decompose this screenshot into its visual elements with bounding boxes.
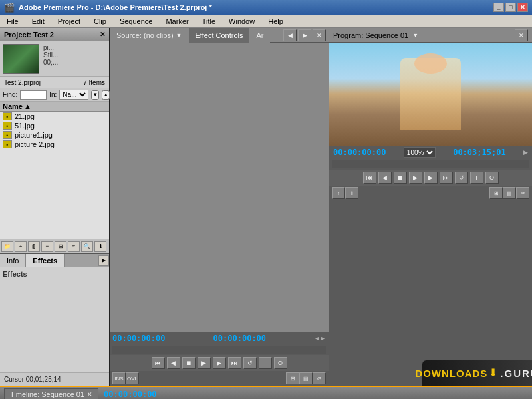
list-view-button[interactable]: ≡ bbox=[41, 241, 53, 252]
source-monitor-panel: Source: (no clips) ▼ Effect Controls Ar … bbox=[110, 28, 329, 386]
new-bin-button[interactable]: 📁 bbox=[1, 241, 13, 252]
source-mark-out-button[interactable]: O bbox=[274, 357, 287, 369]
panel-menu-button[interactable]: ▶ bbox=[98, 255, 109, 266]
find-down-button[interactable]: ▼ bbox=[91, 90, 99, 100]
file-item-51jpg[interactable]: ▪ 51.jpg bbox=[0, 121, 109, 130]
source-go-start-button[interactable]: ⏮ bbox=[152, 357, 165, 369]
project-panel-header: Project: Test 2 ✕ bbox=[0, 28, 109, 41]
program-panel-close-button[interactable]: ✕ bbox=[515, 29, 528, 41]
thumbnail-image bbox=[3, 44, 39, 74]
source-overlay-button[interactable]: OVL bbox=[126, 372, 139, 384]
timeline-timecode: 00:00:00:00 bbox=[104, 390, 156, 399]
program-go-start-button[interactable]: ⏮ bbox=[363, 172, 376, 184]
source-gang-button[interactable]: G bbox=[313, 372, 326, 384]
file-icon-picture1: ▪ bbox=[3, 131, 12, 139]
new-item-button[interactable]: + bbox=[15, 241, 27, 252]
file-item-picture1[interactable]: ▪ picture1.jpg bbox=[0, 130, 109, 140]
source-controls: ⏮ ◀ ⏹ ▶ ▶ ⏭ ↺ I O bbox=[110, 355, 329, 371]
effects-tab[interactable]: Effects bbox=[26, 254, 65, 267]
source-output-button[interactable]: ▤ bbox=[299, 372, 313, 384]
program-stop-button[interactable]: ⏹ bbox=[394, 172, 407, 184]
source-bottom-tools: INS OVL ⊞ ▤ G bbox=[110, 371, 329, 386]
automate-button[interactable]: ≈ bbox=[68, 241, 80, 252]
info-effects-panel: Info Effects ▶ Effects Cursor 00;01;25;1… bbox=[0, 254, 109, 386]
find-tool-button[interactable]: 🔍 bbox=[81, 241, 93, 252]
program-mark-out-button[interactable]: O bbox=[485, 172, 499, 184]
source-panel-next-button[interactable]: ▶ bbox=[298, 29, 311, 41]
icon-view-button[interactable]: ⊞ bbox=[55, 241, 66, 252]
effects-label: Effects bbox=[3, 270, 27, 278]
watermark-suffix: .GURU bbox=[500, 368, 532, 379]
thumbnail-info: pi... Stil... 00;... bbox=[43, 44, 58, 74]
file-icon-21jpg: ▪ bbox=[3, 112, 12, 120]
program-output-button[interactable]: ▤ bbox=[503, 187, 516, 199]
menu-help[interactable]: Help bbox=[264, 16, 287, 27]
find-row: Find: In: Na... ▼ ▲ bbox=[0, 88, 109, 102]
source-panel-close-button[interactable]: ✕ bbox=[313, 29, 326, 41]
program-go-end-button[interactable]: ⏭ bbox=[440, 172, 453, 184]
program-mark-in-button[interactable]: I bbox=[470, 172, 483, 184]
menu-edit[interactable]: Edit bbox=[28, 16, 49, 27]
close-button[interactable]: ✕ bbox=[517, 3, 528, 12]
info-tab[interactable]: Info bbox=[0, 254, 26, 267]
minimize-button[interactable]: _ bbox=[493, 3, 504, 12]
file-item-picture2[interactable]: ▪ picture 2.jpg bbox=[0, 140, 109, 149]
source-insert-button[interactable]: INS bbox=[112, 372, 126, 384]
source-play-button[interactable]: ▶ bbox=[198, 357, 211, 369]
program-step-fwd-button[interactable]: ▶ bbox=[424, 172, 438, 184]
program-loop-button[interactable]: ↺ bbox=[455, 172, 468, 184]
project-title: Project: Test 2 bbox=[4, 31, 54, 39]
program-step-back-button[interactable]: ◀ bbox=[378, 172, 392, 184]
find-up-button[interactable]: ▲ bbox=[102, 90, 110, 100]
in-select[interactable]: Na... bbox=[59, 90, 88, 100]
source-step-fwd-button[interactable]: ▶ bbox=[213, 357, 226, 369]
source-timecode-out: 00:00:00:00 bbox=[213, 334, 266, 343]
file-name-picture1: picture1.jpg bbox=[15, 131, 53, 139]
menu-window[interactable]: Window bbox=[225, 16, 259, 27]
source-panel-prev-button[interactable]: ◀ bbox=[283, 29, 297, 41]
timeline-tab-close[interactable]: ✕ bbox=[87, 391, 92, 398]
cursor-label: Cursor bbox=[4, 376, 24, 383]
menu-title[interactable]: Title bbox=[198, 16, 219, 27]
menu-marker[interactable]: Marker bbox=[162, 16, 192, 27]
program-trim-button[interactable]: ✂ bbox=[516, 187, 529, 199]
program-progress-bar[interactable] bbox=[332, 160, 529, 168]
source-stop-button[interactable]: ⏹ bbox=[182, 357, 196, 369]
program-timecode: 00:00:00:00 bbox=[333, 148, 386, 157]
menu-clip[interactable]: Clip bbox=[90, 16, 110, 27]
menu-file[interactable]: File bbox=[3, 16, 23, 27]
program-lift-button[interactable]: ↑ bbox=[332, 187, 345, 199]
thumb-name: pi... bbox=[43, 44, 58, 51]
program-monitor-header: Program: Sequence 01 ▼ ✕ bbox=[329, 28, 532, 43]
info-tab-label: Info bbox=[7, 257, 19, 265]
info-tool-button[interactable]: ℹ bbox=[94, 241, 106, 252]
menu-project[interactable]: Project bbox=[54, 16, 84, 27]
timeline-sequence-tab[interactable]: Timeline: Sequence 01 ✕ bbox=[4, 388, 98, 400]
program-extract-button[interactable]: ⇑ bbox=[345, 187, 358, 199]
program-expand-button[interactable]: ▶ bbox=[523, 149, 528, 156]
find-input[interactable] bbox=[20, 90, 47, 100]
file-item-21jpg[interactable]: ▪ 21.jpg bbox=[0, 112, 109, 121]
source-safe-margins-button[interactable]: ⊞ bbox=[286, 372, 299, 384]
source-progress-bar[interactable] bbox=[112, 346, 326, 354]
maximize-button[interactable]: □ bbox=[505, 3, 516, 12]
source-go-end-button[interactable]: ⏭ bbox=[228, 357, 241, 369]
program-zoom-select[interactable]: 100% bbox=[404, 147, 436, 158]
program-video-display bbox=[329, 43, 532, 146]
source-timecode-expand[interactable]: ◄► bbox=[314, 335, 326, 342]
menu-sequence[interactable]: Sequence bbox=[116, 16, 157, 27]
program-play-button[interactable]: ▶ bbox=[409, 172, 422, 184]
program-safe-margins-button[interactable]: ⊞ bbox=[489, 187, 503, 199]
source-loop-button[interactable]: ↺ bbox=[243, 357, 257, 369]
project-close-button[interactable]: ✕ bbox=[100, 31, 105, 38]
source-tab-close[interactable]: ▼ bbox=[176, 32, 182, 39]
project-toolbar: 📁 + 🗑 ≡ ⊞ ≈ 🔍 ℹ bbox=[0, 239, 109, 253]
watermark-text: DOWNLOADS bbox=[415, 368, 487, 379]
source-mark-in-button[interactable]: I bbox=[259, 357, 272, 369]
delete-button[interactable]: 🗑 bbox=[28, 241, 40, 252]
audio-tab[interactable]: Ar bbox=[249, 28, 270, 43]
program-monitor-dropdown[interactable]: ▼ bbox=[412, 32, 418, 39]
source-step-back-button[interactable]: ◀ bbox=[167, 357, 180, 369]
source-tab[interactable]: Source: (no clips) ▼ bbox=[110, 28, 189, 43]
effect-controls-tab[interactable]: Effect Controls bbox=[189, 28, 250, 43]
